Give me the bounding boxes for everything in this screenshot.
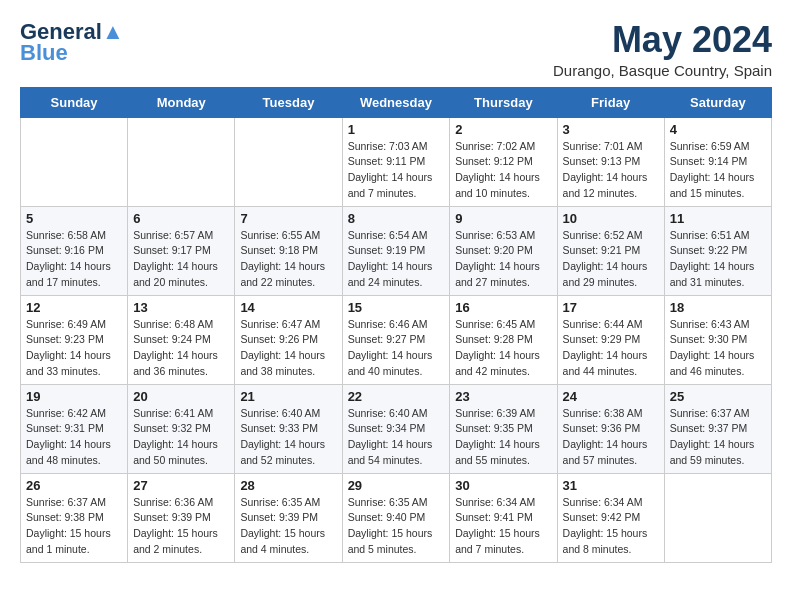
calendar-table: SundayMondayTuesdayWednesdayThursdayFrid… (20, 87, 772, 563)
day-detail: Sunrise: 6:57 AMSunset: 9:17 PMDaylight:… (133, 228, 229, 291)
day-number: 29 (348, 478, 445, 493)
day-number: 15 (348, 300, 445, 315)
calendar-cell: 7Sunrise: 6:55 AMSunset: 9:18 PMDaylight… (235, 206, 342, 295)
day-number: 31 (563, 478, 659, 493)
calendar-cell: 18Sunrise: 6:43 AMSunset: 9:30 PMDayligh… (664, 295, 771, 384)
day-detail: Sunrise: 6:34 AMSunset: 9:41 PMDaylight:… (455, 495, 551, 558)
day-detail: Sunrise: 6:39 AMSunset: 9:35 PMDaylight:… (455, 406, 551, 469)
day-detail: Sunrise: 6:42 AMSunset: 9:31 PMDaylight:… (26, 406, 122, 469)
day-number: 21 (240, 389, 336, 404)
calendar-cell: 13Sunrise: 6:48 AMSunset: 9:24 PMDayligh… (128, 295, 235, 384)
calendar-cell (664, 473, 771, 562)
calendar-cell: 4Sunrise: 6:59 AMSunset: 9:14 PMDaylight… (664, 117, 771, 206)
day-detail: Sunrise: 6:55 AMSunset: 9:18 PMDaylight:… (240, 228, 336, 291)
day-number: 24 (563, 389, 659, 404)
day-detail: Sunrise: 6:34 AMSunset: 9:42 PMDaylight:… (563, 495, 659, 558)
calendar-week-row: 1Sunrise: 7:03 AMSunset: 9:11 PMDaylight… (21, 117, 772, 206)
day-number: 18 (670, 300, 766, 315)
day-number: 7 (240, 211, 336, 226)
calendar-cell: 23Sunrise: 6:39 AMSunset: 9:35 PMDayligh… (450, 384, 557, 473)
logo-blue: Blue (20, 40, 68, 66)
month-title: May 2024 (553, 20, 772, 60)
day-number: 16 (455, 300, 551, 315)
calendar-cell: 17Sunrise: 6:44 AMSunset: 9:29 PMDayligh… (557, 295, 664, 384)
day-number: 5 (26, 211, 122, 226)
calendar-cell: 20Sunrise: 6:41 AMSunset: 9:32 PMDayligh… (128, 384, 235, 473)
calendar-cell: 1Sunrise: 7:03 AMSunset: 9:11 PMDaylight… (342, 117, 450, 206)
day-detail: Sunrise: 6:54 AMSunset: 9:19 PMDaylight:… (348, 228, 445, 291)
calendar-cell: 5Sunrise: 6:58 AMSunset: 9:16 PMDaylight… (21, 206, 128, 295)
day-number: 1 (348, 122, 445, 137)
weekday-header-row: SundayMondayTuesdayWednesdayThursdayFrid… (21, 87, 772, 117)
weekday-header-wednesday: Wednesday (342, 87, 450, 117)
weekday-header-tuesday: Tuesday (235, 87, 342, 117)
calendar-cell (235, 117, 342, 206)
day-number: 3 (563, 122, 659, 137)
day-detail: Sunrise: 6:44 AMSunset: 9:29 PMDaylight:… (563, 317, 659, 380)
day-detail: Sunrise: 6:48 AMSunset: 9:24 PMDaylight:… (133, 317, 229, 380)
day-detail: Sunrise: 6:40 AMSunset: 9:33 PMDaylight:… (240, 406, 336, 469)
weekday-header-friday: Friday (557, 87, 664, 117)
day-detail: Sunrise: 6:36 AMSunset: 9:39 PMDaylight:… (133, 495, 229, 558)
day-detail: Sunrise: 6:46 AMSunset: 9:27 PMDaylight:… (348, 317, 445, 380)
day-detail: Sunrise: 7:01 AMSunset: 9:13 PMDaylight:… (563, 139, 659, 202)
day-detail: Sunrise: 6:47 AMSunset: 9:26 PMDaylight:… (240, 317, 336, 380)
day-number: 12 (26, 300, 122, 315)
calendar-cell: 21Sunrise: 6:40 AMSunset: 9:33 PMDayligh… (235, 384, 342, 473)
weekday-header-monday: Monday (128, 87, 235, 117)
calendar-cell: 26Sunrise: 6:37 AMSunset: 9:38 PMDayligh… (21, 473, 128, 562)
title-block: May 2024 Durango, Basque Country, Spain (553, 20, 772, 79)
day-detail: Sunrise: 6:58 AMSunset: 9:16 PMDaylight:… (26, 228, 122, 291)
day-detail: Sunrise: 6:45 AMSunset: 9:28 PMDaylight:… (455, 317, 551, 380)
calendar-cell: 10Sunrise: 6:52 AMSunset: 9:21 PMDayligh… (557, 206, 664, 295)
day-detail: Sunrise: 7:03 AMSunset: 9:11 PMDaylight:… (348, 139, 445, 202)
calendar-body: 1Sunrise: 7:03 AMSunset: 9:11 PMDaylight… (21, 117, 772, 562)
page-header: General▲ Blue May 2024 Durango, Basque C… (20, 20, 772, 79)
day-detail: Sunrise: 6:37 AMSunset: 9:38 PMDaylight:… (26, 495, 122, 558)
day-detail: Sunrise: 6:38 AMSunset: 9:36 PMDaylight:… (563, 406, 659, 469)
calendar-header: SundayMondayTuesdayWednesdayThursdayFrid… (21, 87, 772, 117)
calendar-cell: 14Sunrise: 6:47 AMSunset: 9:26 PMDayligh… (235, 295, 342, 384)
day-number: 9 (455, 211, 551, 226)
calendar-cell: 9Sunrise: 6:53 AMSunset: 9:20 PMDaylight… (450, 206, 557, 295)
day-number: 17 (563, 300, 659, 315)
calendar-cell: 12Sunrise: 6:49 AMSunset: 9:23 PMDayligh… (21, 295, 128, 384)
calendar-cell: 8Sunrise: 6:54 AMSunset: 9:19 PMDaylight… (342, 206, 450, 295)
calendar-cell: 27Sunrise: 6:36 AMSunset: 9:39 PMDayligh… (128, 473, 235, 562)
day-number: 22 (348, 389, 445, 404)
calendar-cell: 29Sunrise: 6:35 AMSunset: 9:40 PMDayligh… (342, 473, 450, 562)
day-number: 25 (670, 389, 766, 404)
day-detail: Sunrise: 6:37 AMSunset: 9:37 PMDaylight:… (670, 406, 766, 469)
day-number: 2 (455, 122, 551, 137)
day-number: 13 (133, 300, 229, 315)
day-detail: Sunrise: 6:52 AMSunset: 9:21 PMDaylight:… (563, 228, 659, 291)
day-number: 19 (26, 389, 122, 404)
calendar-cell: 19Sunrise: 6:42 AMSunset: 9:31 PMDayligh… (21, 384, 128, 473)
calendar-week-row: 12Sunrise: 6:49 AMSunset: 9:23 PMDayligh… (21, 295, 772, 384)
day-number: 23 (455, 389, 551, 404)
location: Durango, Basque Country, Spain (553, 62, 772, 79)
day-number: 11 (670, 211, 766, 226)
day-detail: Sunrise: 6:59 AMSunset: 9:14 PMDaylight:… (670, 139, 766, 202)
day-number: 6 (133, 211, 229, 226)
day-number: 27 (133, 478, 229, 493)
day-number: 10 (563, 211, 659, 226)
calendar-cell: 6Sunrise: 6:57 AMSunset: 9:17 PMDaylight… (128, 206, 235, 295)
day-detail: Sunrise: 6:41 AMSunset: 9:32 PMDaylight:… (133, 406, 229, 469)
calendar-week-row: 19Sunrise: 6:42 AMSunset: 9:31 PMDayligh… (21, 384, 772, 473)
day-number: 26 (26, 478, 122, 493)
calendar-cell: 24Sunrise: 6:38 AMSunset: 9:36 PMDayligh… (557, 384, 664, 473)
day-detail: Sunrise: 6:43 AMSunset: 9:30 PMDaylight:… (670, 317, 766, 380)
weekday-header-saturday: Saturday (664, 87, 771, 117)
calendar-cell: 31Sunrise: 6:34 AMSunset: 9:42 PMDayligh… (557, 473, 664, 562)
day-number: 28 (240, 478, 336, 493)
calendar-cell: 16Sunrise: 6:45 AMSunset: 9:28 PMDayligh… (450, 295, 557, 384)
calendar-cell: 3Sunrise: 7:01 AMSunset: 9:13 PMDaylight… (557, 117, 664, 206)
day-detail: Sunrise: 7:02 AMSunset: 9:12 PMDaylight:… (455, 139, 551, 202)
calendar-cell: 30Sunrise: 6:34 AMSunset: 9:41 PMDayligh… (450, 473, 557, 562)
calendar-cell: 15Sunrise: 6:46 AMSunset: 9:27 PMDayligh… (342, 295, 450, 384)
calendar-week-row: 26Sunrise: 6:37 AMSunset: 9:38 PMDayligh… (21, 473, 772, 562)
day-number: 20 (133, 389, 229, 404)
day-detail: Sunrise: 6:49 AMSunset: 9:23 PMDaylight:… (26, 317, 122, 380)
weekday-header-sunday: Sunday (21, 87, 128, 117)
